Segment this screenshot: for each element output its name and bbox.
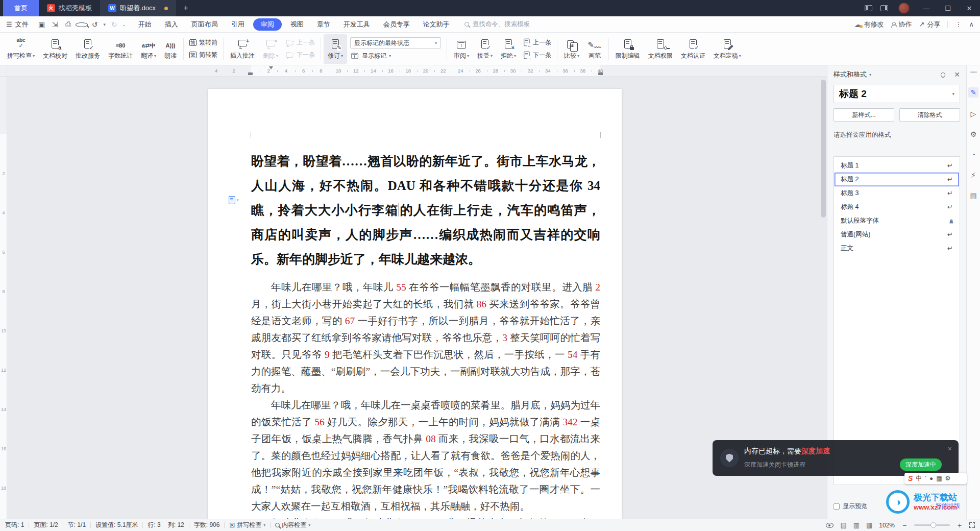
menu-tab-开始[interactable]: 开始 xyxy=(132,18,158,31)
finalize-document-button[interactable]: 🖉 文档定稿▾ xyxy=(709,34,745,64)
ink-brush-button[interactable]: ✎﹏ 画笔 xyxy=(583,34,606,64)
page-view-icon[interactable]: ▤ xyxy=(840,521,846,529)
previous-change-button[interactable]: ←上一条 xyxy=(523,38,551,47)
spell-check-status-button[interactable]: ☒拼写检查▾ xyxy=(229,521,265,529)
document-area[interactable]: ▾ 盼望着，盼望着……翘首以盼的新年近了。街市上车水马龙，人山人海，好不热闹。D… xyxy=(7,77,827,519)
insert-comment-button[interactable]: + 插入批注 xyxy=(226,34,259,64)
accept-change-button[interactable]: ✓ 接受▾ xyxy=(473,34,497,64)
menu-tab-开发工具[interactable]: 开发工具 xyxy=(337,18,377,31)
select-tool-icon[interactable]: ▷ xyxy=(971,110,976,118)
markup-state-select[interactable]: 显示标记的最终状态▾ xyxy=(350,37,441,49)
menu-tab-论文助手[interactable]: 论文助手 xyxy=(416,18,456,31)
vertical-scrollbar[interactable] xyxy=(821,80,826,218)
style-item-标题 1[interactable]: 标题 1↵ xyxy=(835,159,959,173)
pin-icon[interactable] xyxy=(940,71,946,78)
delete-comment-button[interactable]: × 删除▾ xyxy=(259,34,282,64)
zoom-slider[interactable] xyxy=(914,524,950,526)
grading-service-button[interactable]: ✓ 批改服务 xyxy=(71,34,104,64)
reject-change-button[interactable]: × 拒绝▾ xyxy=(497,34,520,64)
document-proofing-button[interactable]: a 文档校对 xyxy=(39,34,71,64)
translate-button[interactable]: a⇄中 翻译▾ xyxy=(137,34,160,64)
next-change-button[interactable]: →下一条 xyxy=(523,51,551,60)
print-icon[interactable]: ⎙ xyxy=(62,20,75,29)
save-icon[interactable]: ▣ xyxy=(36,20,48,29)
undo-caret-icon[interactable]: ▾ xyxy=(102,22,107,27)
document-certify-button[interactable]: ✓ 文档认证 xyxy=(677,34,709,64)
close-button[interactable]: ✕ xyxy=(959,0,980,16)
show-preview-checkbox[interactable] xyxy=(834,503,840,510)
menu-tab-审阅[interactable]: 审阅 xyxy=(253,18,282,31)
menu-tab-引用[interactable]: 引用 xyxy=(225,18,251,31)
simp-to-trad-button[interactable]: 繁简转繁 xyxy=(189,51,217,59)
document-body[interactable]: 年味儿在哪里？哦，年味儿 55 在爷爷一幅幅笔墨飘香的对联里。进入腊 2 月，街… xyxy=(251,279,600,519)
tab-home[interactable]: 首页 xyxy=(3,0,39,16)
menu-tab-页面布局[interactable]: 页面布局 xyxy=(185,18,225,31)
file-menu-button[interactable]: ☰文件 xyxy=(0,20,36,29)
adjust-tool-icon[interactable]: ⚙ xyxy=(970,130,977,138)
sync-status-button[interactable]: ☁有修改 xyxy=(854,20,884,29)
minimize-button[interactable]: — xyxy=(916,0,937,16)
word-count-button[interactable]: ≡80 字数统计 xyxy=(104,34,137,64)
maximize-button[interactable]: ☐ xyxy=(937,0,959,16)
fullscreen-icon[interactable] xyxy=(969,522,975,528)
outline-view-icon[interactable]: ▥ xyxy=(853,521,860,529)
boost-button[interactable]: 深度加速中 xyxy=(900,458,942,471)
reader-tool-icon[interactable]: ▤ xyxy=(970,191,976,200)
tab-document[interactable]: W 盼望着.docx xyxy=(100,0,176,16)
edit-tool-icon[interactable]: ✎ xyxy=(968,87,978,98)
zoom-slider-knob[interactable] xyxy=(930,522,936,528)
track-changes-button[interactable]: ✎ 修订▾ xyxy=(324,34,347,64)
command-search[interactable]: 查找命令、搜索模板 xyxy=(464,20,530,29)
current-style-select[interactable]: 标题 2 ▾ xyxy=(834,85,960,103)
compare-button[interactable]: ⇄ 比较▾ xyxy=(560,34,583,64)
close-panel-icon[interactable]: ✕ xyxy=(954,70,960,79)
document-permission-button[interactable]: 文档权限 xyxy=(644,34,677,64)
popup-close-icon[interactable]: × xyxy=(948,445,952,453)
style-item-普通(网站)[interactable]: 普通(网站)↵ xyxy=(835,228,959,242)
panel-right-toggle-icon[interactable] xyxy=(880,5,888,11)
style-item-标题 4[interactable]: 标题 4↵ xyxy=(835,200,959,214)
eye-protection-icon[interactable] xyxy=(826,523,834,528)
show-markup-button[interactable]: 显示标记▾ xyxy=(350,52,441,60)
ime-keyboard-icon[interactable]: ▦ xyxy=(936,475,942,482)
user-avatar[interactable] xyxy=(898,3,910,14)
menu-tab-视图[interactable]: 视图 xyxy=(284,18,310,31)
redo-icon[interactable]: ↻ xyxy=(108,20,120,29)
previous-comment-button[interactable]: ←上一条 xyxy=(285,38,315,47)
clear-format-button[interactable]: 清除格式 xyxy=(899,108,960,122)
style-item-默认段落字体[interactable]: 默认段落字体a xyxy=(835,214,959,228)
more-options-icon[interactable]: ⋮ xyxy=(955,20,962,28)
read-aloud-button[interactable]: A))) 朗读 xyxy=(160,34,181,64)
collapse-ribbon-icon[interactable]: ∧ xyxy=(969,20,974,28)
ime-language-mode[interactable]: 中 xyxy=(916,474,922,483)
new-style-button[interactable]: 新样式... xyxy=(834,108,894,122)
new-tab-button[interactable]: + xyxy=(176,0,195,16)
quick-actions-icon[interactable]: ⚡ xyxy=(971,171,976,179)
boost-link[interactable]: 深度加速 xyxy=(801,447,830,455)
menu-tab-章节[interactable]: 章节 xyxy=(310,18,337,31)
panel-left-toggle-icon[interactable] xyxy=(865,5,872,11)
ime-settings-icon[interactable]: ⚙ xyxy=(945,475,951,482)
style-item-标题 3[interactable]: 标题 3↵ xyxy=(835,186,959,200)
ime-punctuation[interactable]: ’ xyxy=(925,475,926,482)
web-view-icon[interactable]: ▦ xyxy=(866,521,872,529)
customize-qat-icon[interactable]: ⌄ xyxy=(121,22,127,27)
print-preview-icon[interactable] xyxy=(76,20,88,29)
caret-down-icon[interactable]: ▾ xyxy=(869,73,871,77)
zoom-out-icon[interactable]: − xyxy=(901,521,908,529)
export-icon[interactable]: ⇲ xyxy=(49,20,61,29)
collaborate-button[interactable]: 协作 xyxy=(891,20,912,29)
left-indent-marker[interactable] xyxy=(248,73,253,75)
menu-tab-会员专享[interactable]: 会员专享 xyxy=(377,18,416,31)
trad-to-simp-button[interactable]: 简繁转简 xyxy=(189,38,217,47)
spell-check-button[interactable]: abc✓ 拼写检查▾ xyxy=(3,34,39,64)
assistant-tool-icon[interactable]: ◔ xyxy=(971,151,975,159)
tab-docer-templates[interactable]: 火 找稻壳模板 xyxy=(39,0,100,16)
paragraph-style-flag[interactable]: ▾ xyxy=(229,196,239,204)
style-item-正文[interactable]: 正文↵ xyxy=(835,242,959,255)
share-button[interactable]: ↗分享 xyxy=(919,20,941,29)
restrict-editing-button[interactable]: 限制编辑 xyxy=(611,34,644,64)
menu-tab-插入[interactable]: 插入 xyxy=(158,18,185,31)
ime-toolbar[interactable]: S 中 ’ ● ▦ ⚙ xyxy=(904,473,967,484)
horizontal-ruler[interactable]: 24681012141618202224262830323436384024 xyxy=(7,65,827,77)
